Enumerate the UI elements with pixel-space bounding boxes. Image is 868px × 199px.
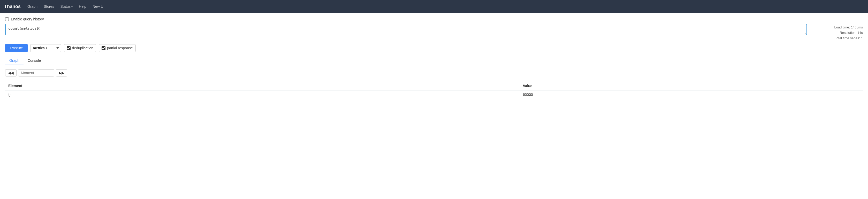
column-value: Value	[520, 82, 863, 90]
load-time-stat: Load time: 1465ms	[811, 25, 863, 30]
deduplication-checkbox[interactable]	[67, 46, 70, 50]
partial-response-option[interactable]: partial response	[99, 44, 136, 52]
deduplication-option[interactable]: deduplication	[64, 44, 96, 52]
next-time-button[interactable]: ▶▶	[56, 69, 67, 76]
resolution-stat: Resolution: 14s	[811, 30, 863, 36]
chevron-down-icon: ▾	[71, 5, 73, 8]
nav-stores[interactable]: Stores	[41, 2, 57, 10]
nav-graph[interactable]: Graph	[25, 2, 40, 10]
table-header: Element Value	[5, 82, 863, 90]
deduplication-label: deduplication	[72, 46, 94, 50]
execute-button[interactable]: Execute	[5, 44, 28, 52]
query-history-row: Enable query history	[5, 17, 863, 21]
nav-status[interactable]: Status ▾	[58, 2, 75, 10]
execute-row: Execute metrics0 deduplication partial r…	[5, 44, 863, 52]
tab-graph[interactable]: Graph	[5, 56, 24, 65]
stats-panel: Load time: 1465ms Resolution: 14s Total …	[811, 24, 863, 41]
graph-controls-row: ◀◀ ▶▶	[5, 69, 863, 76]
total-series-stat: Total time series: 1	[811, 36, 863, 41]
partial-response-label: partial response	[107, 46, 133, 50]
moment-input[interactable]	[18, 69, 54, 76]
prev-time-button[interactable]: ◀◀	[5, 69, 17, 76]
cell-element: {}	[5, 90, 520, 99]
query-history-checkbox[interactable]	[5, 17, 9, 21]
main-content: Enable query history count(metrics0) Loa…	[0, 13, 868, 103]
nav-help[interactable]: Help	[76, 2, 89, 10]
query-history-label[interactable]: Enable query history	[11, 17, 44, 21]
tabs-row: Graph Console	[5, 56, 863, 65]
cell-value: 60000	[520, 90, 863, 99]
partial-response-checkbox[interactable]	[101, 46, 105, 50]
table-row: {} 60000	[5, 90, 863, 99]
store-select[interactable]: metrics0	[30, 44, 61, 52]
table-body: {} 60000	[5, 90, 863, 99]
tab-console[interactable]: Console	[24, 56, 45, 65]
nav-new-ui[interactable]: New UI	[90, 2, 107, 10]
brand-title: Thanos	[4, 4, 21, 9]
results-table: Element Value {} 60000	[5, 82, 863, 99]
query-area-wrapper: count(metrics0) Load time: 1465ms Resolu…	[5, 24, 863, 41]
column-element: Element	[5, 82, 520, 90]
query-input[interactable]: count(metrics0)	[5, 24, 807, 35]
table-header-row: Element Value	[5, 82, 863, 90]
navbar: Thanos Graph Stores Status ▾ Help New UI	[0, 0, 868, 13]
